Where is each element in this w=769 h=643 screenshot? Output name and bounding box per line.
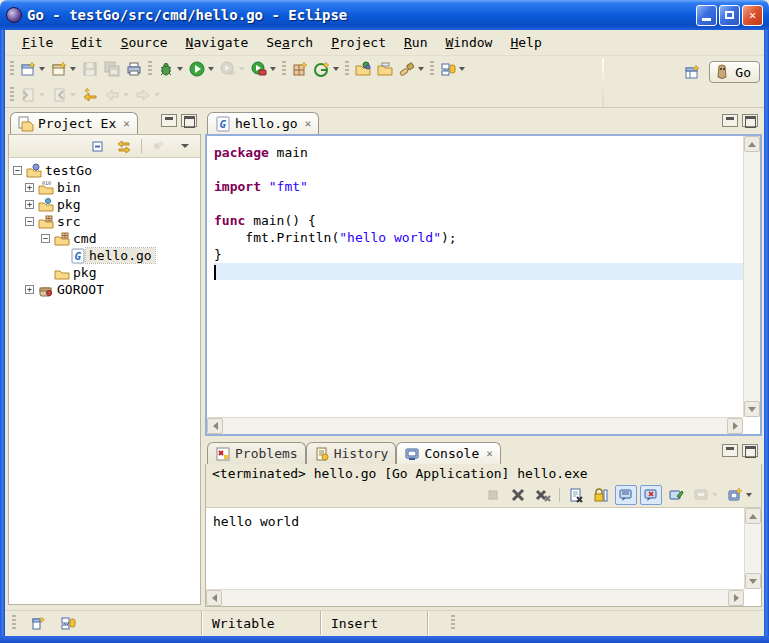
tree-item-pkg[interactable]: + pkg [9, 196, 200, 213]
new-go-project-button[interactable] [289, 58, 311, 80]
new-button[interactable] [17, 58, 48, 80]
close-view-icon[interactable]: ✕ [123, 117, 130, 130]
open-console-button[interactable] [724, 485, 755, 505]
editor-vertical-scrollbar[interactable] [743, 136, 760, 417]
run-dropdown-icon[interactable] [208, 67, 214, 71]
go-wizard-button[interactable] [311, 58, 342, 80]
terminate-button[interactable] [482, 485, 504, 505]
forward-button[interactable] [132, 84, 163, 106]
external-tools-button[interactable] [248, 58, 279, 80]
new-go-element-button[interactable] [48, 58, 79, 80]
tree-item-testgo[interactable]: − testGo [9, 162, 200, 179]
collapse-icon[interactable]: − [13, 166, 22, 175]
tree-item-bin[interactable]: + 010 bin [9, 179, 200, 196]
last-edit-location-button[interactable] [79, 84, 101, 106]
search-button[interactable] [396, 58, 427, 80]
tab-history[interactable]: History [306, 442, 397, 464]
statusbar-grip[interactable] [12, 615, 16, 631]
toolbar-grip[interactable] [10, 87, 14, 103]
menu-source[interactable]: Source [112, 32, 177, 53]
statusbar-grip[interactable] [451, 615, 455, 631]
save-all-button[interactable] [101, 58, 123, 80]
back-button[interactable] [101, 84, 132, 106]
run-button[interactable] [186, 58, 217, 80]
sync-db-dropdown-icon[interactable] [459, 67, 465, 71]
tab-project-explorer[interactable]: Project Ex ✕ [10, 112, 138, 134]
go-perspective-button[interactable]: Go [709, 61, 760, 83]
console-output-area[interactable]: hello world [205, 507, 762, 607]
next-annotation-button[interactable] [17, 84, 48, 106]
print-button[interactable] [123, 58, 145, 80]
tree-item-pkg2[interactable]: + pkg [9, 264, 200, 281]
clear-console-button[interactable] [565, 485, 587, 505]
save-button[interactable] [79, 58, 101, 80]
menu-project[interactable]: Project [322, 32, 395, 53]
console-vertical-scrollbar[interactable] [744, 508, 761, 589]
view-menu-button[interactable] [174, 136, 196, 156]
menu-window[interactable]: Window [436, 32, 501, 53]
tree-item-src[interactable]: − src [9, 213, 200, 230]
tree-item-hello-go[interactable]: + G hello.go [9, 247, 200, 264]
tab-problems[interactable]: Problems [207, 442, 306, 464]
menu-edit[interactable]: Edit [62, 32, 111, 53]
show-stdout-button[interactable] [615, 485, 637, 505]
sync-db-button[interactable] [437, 58, 468, 80]
focus-button[interactable] [148, 136, 170, 156]
scroll-lock-button[interactable] [590, 485, 612, 505]
title-bar[interactable]: Go - testGo/src/cmd/hello.go - Eclipse ✕ [0, 0, 769, 30]
toolbar-grip[interactable] [345, 61, 349, 77]
editor-horizontal-scrollbar[interactable] [207, 417, 743, 434]
close-console-icon[interactable]: ✕ [486, 447, 493, 460]
external-tools-dropdown-icon[interactable] [270, 67, 276, 71]
collapse-icon[interactable]: − [41, 234, 50, 243]
expand-icon[interactable]: + [25, 285, 34, 294]
toolbar-grip[interactable] [282, 61, 286, 77]
close-editor-icon[interactable]: ✕ [305, 117, 312, 130]
link-with-editor-button[interactable] [113, 136, 135, 156]
maximize-editor-button[interactable] [742, 114, 758, 127]
collapse-all-button[interactable] [87, 136, 109, 156]
toolbar-grip[interactable] [10, 61, 14, 77]
display-selected-console-button[interactable] [690, 485, 721, 505]
minimize-editor-button[interactable] [722, 114, 738, 127]
sync-view-button[interactable] [57, 613, 79, 633]
previous-annotation-button[interactable] [48, 84, 79, 106]
maximize-button[interactable] [719, 5, 740, 26]
debug-dropdown-icon[interactable] [177, 67, 183, 71]
menu-file[interactable]: File [13, 32, 62, 53]
minimize-view-button[interactable] [161, 114, 177, 127]
remove-launch-button[interactable] [507, 485, 529, 505]
menu-run[interactable]: Run [395, 32, 436, 53]
collapse-icon[interactable]: − [25, 217, 34, 226]
new-dropdown-icon[interactable] [39, 67, 45, 71]
menu-search[interactable]: Search [257, 32, 322, 53]
tab-hello-go[interactable]: G hello.go ✕ [207, 112, 319, 134]
tab-console[interactable]: Console ✕ [396, 442, 500, 464]
menu-navigate[interactable]: Navigate [177, 32, 258, 53]
code-editor[interactable]: package main import "fmt" func main() { … [207, 136, 743, 417]
debug-button[interactable] [155, 58, 186, 80]
menu-help[interactable]: Help [501, 32, 550, 53]
new-go-element-dropdown-icon[interactable] [70, 67, 76, 71]
tree-item-cmd[interactable]: − cmd [9, 230, 200, 247]
maximize-console-button[interactable] [742, 444, 758, 457]
minimize-console-button[interactable] [722, 444, 738, 457]
console-horizontal-scrollbar[interactable] [206, 589, 744, 606]
search-dropdown-icon[interactable] [418, 67, 424, 71]
minimize-button[interactable] [696, 5, 717, 26]
tree-item-goroot[interactable]: + GOROOT [9, 281, 200, 298]
pin-console-button[interactable] [665, 485, 687, 505]
open-go-package-button[interactable] [352, 58, 374, 80]
go-wizard-dropdown-icon[interactable] [333, 67, 339, 71]
maximize-view-button[interactable] [181, 114, 197, 127]
run-last-button[interactable] [217, 58, 248, 80]
fast-view-button[interactable] [27, 613, 49, 633]
show-stderr-button[interactable] [640, 485, 662, 505]
toolbar-grip[interactable] [430, 61, 434, 77]
open-perspective-button[interactable] [681, 61, 703, 83]
toolbar-grip[interactable] [148, 61, 152, 77]
expand-icon[interactable]: + [25, 183, 34, 192]
open-console-dropdown-icon[interactable] [746, 493, 752, 497]
open-folder-button[interactable] [374, 58, 396, 80]
remove-all-terminated-button[interactable] [532, 485, 554, 505]
